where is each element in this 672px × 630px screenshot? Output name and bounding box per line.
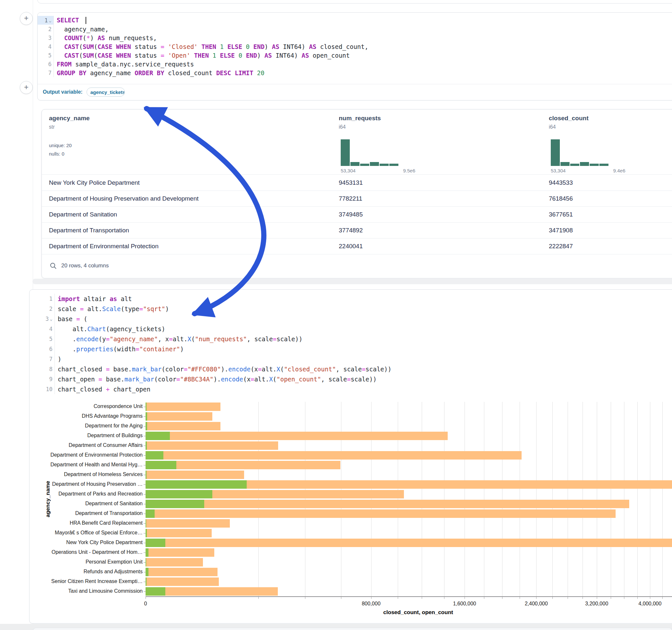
- code-line[interactable]: 10chart_closed + chart_open: [29, 384, 672, 394]
- sql-cell[interactable]: 1⌄SELECT 2 agency_name,3 COUNT(*) AS num…: [37, 12, 672, 100]
- code-text: chart_closed + chart_open: [55, 386, 150, 393]
- histogram-min-label: 53,304: [551, 168, 566, 173]
- table-row[interactable]: Department of Transportation377489234719…: [42, 222, 672, 239]
- code-text: FROM sample_data.nyc.service_requests: [54, 60, 194, 68]
- line-number: 1: [44, 17, 48, 24]
- code-text: agency_name,: [54, 26, 109, 33]
- line-number: 5: [49, 336, 52, 342]
- line-gutter: 7: [38, 68, 54, 77]
- column-histogram: [341, 139, 399, 166]
- table-cell: 9453131: [339, 179, 363, 186]
- line-gutter: 9: [29, 374, 55, 384]
- code-line[interactable]: 8chart_closed = base.mark_bar(color="#FF…: [29, 364, 672, 374]
- line-number: 4: [49, 326, 52, 332]
- table-cell: Department of Transportation: [49, 227, 129, 234]
- histogram-bar: [360, 164, 369, 166]
- table-cell: 2222847: [549, 243, 573, 250]
- histogram-bar: [370, 162, 379, 166]
- code-text: chart_closed = base.mark_bar(color="#FFC…: [55, 366, 391, 373]
- add-cell-button[interactable]: +: [20, 12, 33, 25]
- histogram-bar: [389, 164, 399, 166]
- column-header: closed_counti6453,3049.4e6: [549, 115, 656, 174]
- line-gutter: 8: [29, 364, 55, 374]
- line-number: 1: [49, 295, 52, 302]
- code-line[interactable]: 9chart_open = base.mark_bar(color="#8BC3…: [29, 374, 672, 384]
- table-row[interactable]: Department of Sanitation37494853677651: [42, 207, 672, 223]
- column-type: i64: [339, 124, 446, 130]
- histogram-bar: [551, 139, 560, 166]
- code-line[interactable]: 1import altair as alt: [29, 294, 672, 304]
- code-text: .encode(y="agency_name", x=alt.X("num_re…: [55, 335, 303, 343]
- line-gutter: 1⌄: [38, 16, 54, 25]
- table-footer: 20 rows, 4 columns: [42, 254, 672, 278]
- code-line[interactable]: 7GROUP BY agency_name ORDER BY closed_co…: [38, 68, 672, 77]
- histogram-bar: [570, 164, 579, 166]
- table-row[interactable]: New York City Police Department945313194…: [42, 175, 672, 191]
- code-line[interactable]: 3 COUNT(*) AS num_requests,: [38, 33, 672, 42]
- output-variable-label: Output variable:: [43, 89, 83, 95]
- code-text: chart_open = base.mark_bar(color="#8BC34…: [55, 375, 377, 383]
- line-gutter: 3: [38, 33, 54, 42]
- output-variable-row: Output variable: agency_tickets: [38, 84, 672, 100]
- line-gutter: 5: [38, 51, 54, 59]
- dataframe-preview[interactable]: agency_namestrunique: 20nulls: 0num_requ…: [42, 109, 672, 278]
- output-variable-pill[interactable]: agency_tickets: [87, 88, 125, 97]
- search-icon[interactable]: [50, 262, 57, 269]
- line-gutter: 5: [29, 334, 55, 344]
- line-number: 9: [49, 376, 52, 382]
- code-text: base = (: [55, 315, 88, 322]
- code-line[interactable]: 3⌄base = (: [29, 314, 672, 324]
- line-number: 3: [45, 316, 49, 322]
- histogram-min-label: 53,304: [341, 168, 356, 173]
- code-text: SELECT: [54, 17, 86, 24]
- chevron-down-icon[interactable]: ⌄: [49, 19, 51, 22]
- histogram-bar: [380, 164, 389, 166]
- line-gutter: 4: [29, 324, 55, 334]
- column-header: num_requestsi6453,3049.5e6: [339, 115, 446, 174]
- code-line[interactable]: 4 alt.Chart(agency_tickets): [29, 324, 672, 334]
- line-gutter: 7: [29, 354, 55, 364]
- line-number: 8: [49, 366, 52, 372]
- sql-code-editor[interactable]: 1⌄SELECT 2 agency_name,3 COUNT(*) AS num…: [38, 16, 672, 77]
- previous-cell-bottom-edge: [37, 0, 672, 4]
- column-name: num_requests: [339, 115, 446, 122]
- code-text: CAST(SUM(CASE WHEN status = 'Closed' THE…: [54, 43, 368, 50]
- table-cell: 2240041: [339, 243, 363, 250]
- code-line[interactable]: 2scale = alt.Scale(type="sqrt"): [29, 304, 672, 314]
- code-line[interactable]: 2 agency_name,: [38, 25, 672, 33]
- chevron-down-icon[interactable]: ⌄: [50, 317, 52, 320]
- row-column-count: 20 rows, 4 columns: [61, 263, 109, 269]
- histogram-bar: [599, 164, 608, 166]
- table-cell: 7782211: [339, 195, 362, 202]
- code-line[interactable]: 4 CAST(SUM(CASE WHEN status = 'Closed' T…: [38, 42, 672, 51]
- table-row[interactable]: Department of Environmental Protection22…: [42, 238, 672, 255]
- table-row[interactable]: Department of Housing Preservation and D…: [42, 191, 672, 207]
- line-number: 7: [48, 70, 51, 76]
- code-text: scale = alt.Scale(type="sqrt"): [55, 305, 169, 312]
- python-cell[interactable]: 1import altair as alt2scale = alt.Scale(…: [29, 289, 672, 624]
- column-stat: nulls: 0: [49, 151, 65, 156]
- table-cell: Department of Housing Preservation and D…: [49, 195, 199, 202]
- code-line[interactable]: 7): [29, 354, 672, 364]
- line-number: 6: [49, 346, 52, 352]
- code-text: GROUP BY agency_name ORDER BY closed_cou…: [54, 69, 265, 76]
- column-name: agency_name: [49, 115, 156, 122]
- code-line[interactable]: 6FROM sample_data.nyc.service_requests: [38, 59, 672, 68]
- line-gutter: 6: [38, 59, 54, 68]
- table-cell: New York City Police Department: [49, 179, 140, 186]
- table-cell: 3774892: [339, 227, 363, 234]
- code-line[interactable]: 1⌄SELECT: [38, 16, 672, 25]
- code-text: ): [55, 356, 61, 363]
- add-cell-button[interactable]: +: [20, 81, 33, 94]
- table-cell: 3749485: [339, 211, 363, 218]
- text-cursor: [86, 17, 86, 24]
- code-line[interactable]: 5 CAST(SUM(CASE WHEN status = 'Open' THE…: [38, 51, 672, 59]
- histogram-bar: [590, 164, 599, 166]
- code-line[interactable]: 5 .encode(y="agency_name", x=alt.X("num_…: [29, 334, 672, 344]
- column-stat: unique: 20: [49, 143, 72, 148]
- output-variable-value: agency_tickets: [91, 90, 125, 95]
- python-code-editor[interactable]: 1import altair as alt2scale = alt.Scale(…: [29, 294, 672, 394]
- code-line[interactable]: 6 .properties(width="container"): [29, 344, 672, 354]
- histogram-max-label: 9.4e6: [597, 168, 625, 173]
- table-cell: Department of Sanitation: [49, 211, 117, 218]
